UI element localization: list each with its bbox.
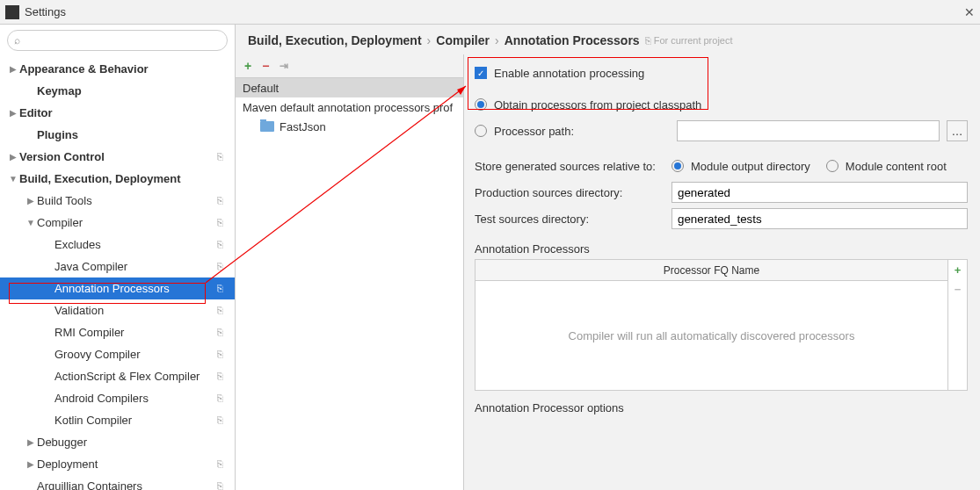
- tree-item-compiler[interactable]: ▼Compiler⎘: [0, 212, 235, 234]
- tree-arrow-icon: ▶: [7, 64, 19, 74]
- breadcrumb-seg: Annotation Processors: [505, 33, 640, 47]
- tree-label: Arquillian Containers: [37, 479, 217, 490]
- copy-icon: ⎘: [217, 195, 229, 207]
- move-profile-icon[interactable]: ⇥: [279, 60, 288, 72]
- prod-dir-label: Production sources directory:: [475, 186, 664, 199]
- tree-item-arquillian-containers[interactable]: Arquillian Containers⎘: [0, 475, 235, 490]
- module-output-radio[interactable]: [671, 160, 684, 172]
- tree-item-validation[interactable]: Validation⎘: [0, 299, 235, 321]
- copy-icon: ⎘: [217, 414, 229, 427]
- copy-icon: ⎘: [217, 239, 229, 251]
- profile-label: Default: [243, 82, 279, 95]
- ap-section-label: Annotation Processors: [475, 242, 968, 256]
- tree-arrow-icon: ▼: [7, 174, 19, 184]
- tree-label: ActionScript & Flex Compiler: [54, 370, 217, 383]
- close-icon[interactable]: ✕: [964, 5, 975, 19]
- tree-item-excludes[interactable]: Excludes⎘: [0, 234, 235, 256]
- tree-item-deployment[interactable]: ▶Deployment⎘: [0, 453, 235, 475]
- tree-item-keymap[interactable]: Keymap: [0, 80, 235, 102]
- profile-label: Maven default annotation processors prof: [243, 101, 453, 114]
- tree-label: Editor: [19, 106, 229, 119]
- settings-sidebar: ⌕ ▶Appearance & BehaviorKeymap▶EditorPlu…: [0, 25, 236, 490]
- enable-annotation-label: Enable annotation processing: [494, 67, 644, 80]
- tree-arrow-icon: ▶: [7, 108, 19, 118]
- profile-maven[interactable]: Maven default annotation processors prof: [236, 97, 463, 117]
- copy-icon: ⎘: [217, 327, 229, 339]
- tree-item-annotation-processors[interactable]: Annotation Processors⎘: [0, 277, 235, 299]
- fq-table: Processor FQ Name Compiler will run all …: [475, 259, 968, 391]
- remove-profile-icon[interactable]: −: [262, 59, 269, 73]
- copy-icon: ⎘: [217, 371, 229, 383]
- copy-icon: ⎘: [217, 217, 229, 229]
- tree-item-version-control[interactable]: ▶Version Control⎘: [0, 146, 235, 168]
- copy-icon: ⎘: [217, 283, 229, 295]
- tree-item-build-tools[interactable]: ▶Build Tools⎘: [0, 190, 235, 212]
- store-label: Store generated sources relative to:: [475, 160, 664, 173]
- test-dir-input[interactable]: [671, 208, 968, 229]
- settings-tree[interactable]: ▶Appearance & BehaviorKeymap▶EditorPlugi…: [0, 56, 235, 490]
- search-input[interactable]: [7, 30, 228, 51]
- tree-arrow-icon: ▼: [25, 218, 37, 227]
- profile-default[interactable]: Default: [236, 78, 463, 97]
- tree-label: Java Compiler: [54, 260, 217, 273]
- fq-add-button[interactable]: +: [948, 260, 967, 279]
- add-profile-icon[interactable]: +: [244, 59, 251, 73]
- tree-item-rmi-compiler[interactable]: RMI Compiler⎘: [0, 321, 235, 343]
- obtain-classpath-label: Obtain processors from project classpath: [494, 98, 701, 112]
- folder-icon: [260, 121, 274, 132]
- breadcrumb-seg[interactable]: Compiler: [436, 33, 490, 47]
- tree-item-android-compilers[interactable]: Android Compilers⎘: [0, 387, 235, 409]
- tree-arrow-icon: ▶: [25, 437, 37, 447]
- tree-label: Deployment: [37, 458, 217, 471]
- ap-options-label: Annotation Processor options: [475, 401, 968, 414]
- tree-label: Build, Execution, Deployment: [19, 172, 229, 185]
- tree-label: Debugger: [37, 436, 229, 449]
- tree-item-build-execution-deployment[interactable]: ▼Build, Execution, Deployment: [0, 168, 235, 190]
- app-icon: [5, 5, 19, 19]
- chevron-right-icon: ›: [427, 33, 432, 47]
- profiles-tree[interactable]: Default Maven default annotation process…: [236, 77, 463, 490]
- tree-label: Compiler: [37, 216, 217, 229]
- tree-label: Appearance & Behavior: [19, 62, 229, 76]
- tree-label: Build Tools: [37, 194, 217, 207]
- module-label: FastJson: [279, 120, 326, 133]
- tree-item-actionscript-flex-compiler[interactable]: ActionScript & Flex Compiler⎘: [0, 365, 235, 387]
- module-output-label: Module output directory: [691, 160, 810, 173]
- copy-icon: ⎘: [217, 393, 229, 405]
- breadcrumb-seg[interactable]: Build, Execution, Deployment: [248, 33, 422, 47]
- copy-icon: ⎘: [217, 305, 229, 317]
- browse-path-button[interactable]: …: [947, 120, 968, 141]
- tree-item-groovy-compiler[interactable]: Groovy Compiler⎘: [0, 343, 235, 365]
- tree-item-appearance-behavior[interactable]: ▶Appearance & Behavior: [0, 58, 235, 80]
- processor-path-input[interactable]: [677, 120, 940, 141]
- chevron-right-icon: ›: [495, 33, 499, 47]
- tree-item-editor[interactable]: ▶Editor: [0, 102, 235, 124]
- fq-remove-button[interactable]: −: [948, 279, 967, 299]
- module-content-label: Module content root: [846, 160, 947, 173]
- titlebar: Settings ✕: [0, 0, 980, 25]
- tree-item-kotlin-compiler[interactable]: Kotlin Compiler⎘: [0, 409, 235, 431]
- copy-icon: ⎘: [217, 458, 229, 471]
- annotation-form: Enable annotation processing Obtain proc…: [464, 54, 980, 490]
- enable-annotation-checkbox[interactable]: [475, 67, 487, 79]
- tree-item-debugger[interactable]: ▶Debugger: [0, 431, 235, 453]
- copy-icon: ⎘: [217, 151, 229, 163]
- obtain-classpath-radio[interactable]: [475, 98, 487, 111]
- window-title: Settings: [25, 5, 66, 18]
- copy-icon: ⎘: [645, 35, 651, 46]
- tree-label: Android Compilers: [54, 392, 217, 405]
- profiles-panel: + − ⇥ Default Maven default annotation p…: [236, 54, 464, 490]
- tree-label: Keymap: [37, 84, 229, 97]
- prod-dir-input[interactable]: [671, 182, 968, 203]
- profile-module[interactable]: FastJson: [236, 117, 463, 136]
- processor-path-radio[interactable]: [475, 125, 487, 137]
- tree-item-java-compiler[interactable]: Java Compiler⎘: [0, 256, 235, 277]
- tree-arrow-icon: ▶: [7, 152, 19, 162]
- copy-icon: ⎘: [217, 261, 229, 273]
- content-pane: Build, Execution, Deployment › Compiler …: [236, 25, 980, 490]
- tree-label: Excludes: [54, 238, 217, 251]
- tree-label: Groovy Compiler: [54, 348, 217, 361]
- tree-item-plugins[interactable]: Plugins: [0, 124, 235, 146]
- tree-label: Version Control: [19, 150, 217, 163]
- module-content-radio[interactable]: [826, 160, 838, 172]
